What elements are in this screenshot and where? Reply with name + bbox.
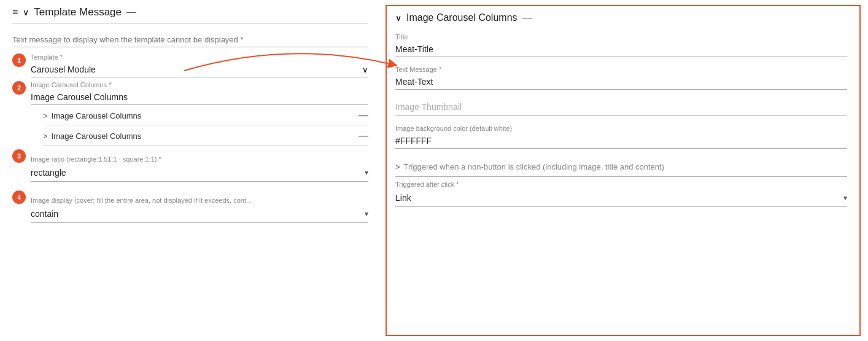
right-title-group: Title Meat-Title	[395, 33, 847, 62]
step2-badge: 2	[12, 81, 26, 95]
right-chevron-down-icon[interactable]: ∨	[395, 13, 401, 23]
step3-dropdown-field[interactable]: rectangle ▾	[31, 164, 368, 182]
right-triggered-after-label: Triggered after click *	[395, 181, 847, 188]
step3-dropdown-value: rectangle	[31, 168, 365, 178]
right-text-message-value[interactable]: Meat-Text	[395, 74, 847, 90]
step2-field-row[interactable]: Image Carousel Columns	[31, 90, 368, 105]
step1-content: Template * Carousel Module ∨	[31, 53, 368, 77]
carousel-item1-minus-icon[interactable]: —	[358, 110, 368, 121]
step2-content: Image Carousel Columns * Image Carousel …	[31, 81, 368, 146]
right-image-thumb-group: Image Thumbnail	[395, 98, 847, 121]
carousel-item2-chevron-icon: >	[43, 131, 48, 141]
step4-content: Image display (cover: fill the entire ar…	[31, 190, 368, 223]
right-text-message-group: Text Message * Meat-Text	[395, 66, 847, 95]
step1-field-value: Carousel Module	[31, 65, 362, 74]
step1-chevron-down: ∨	[362, 65, 368, 74]
step4-row: 4 Image display (cover: fill the entire …	[12, 190, 368, 223]
step4-badge: 4	[12, 190, 26, 204]
header-bar: ≡ ∨ Template Message —	[12, 0, 368, 24]
alt-text-area	[12, 33, 368, 47]
right-panel: ∨ Image Carousel Columns — Title Meat-Ti…	[386, 5, 861, 336]
step2-row: 2 Image Carousel Columns * Image Carouse…	[12, 81, 368, 146]
step3-dropdown-label: Image ratio (rectangle:1.51:1 · square:1…	[31, 155, 368, 163]
triggered-chevron-icon: >	[395, 162, 400, 171]
left-panel: ≡ ∨ Template Message — 1 Template * Caro…	[0, 0, 381, 341]
right-image-bg-label: Image background color (default white)	[395, 125, 847, 132]
right-image-thumbnail-value[interactable]: Image Thumbnail	[395, 98, 847, 116]
right-panel-title: Image Carousel Columns	[406, 12, 517, 23]
step1-field-row[interactable]: Carousel Module ∨	[31, 62, 368, 77]
triggered-section[interactable]: > Triggered when a non-button is clicked…	[395, 157, 847, 177]
step4-dropdown-field[interactable]: contain ▾	[31, 205, 368, 223]
right-triggered-after-value: Link	[395, 193, 843, 203]
carousel-item2-minus-icon[interactable]: —	[358, 130, 368, 141]
step3-row: 3 Image ratio (rectangle:1.51:1 · square…	[12, 149, 368, 182]
right-text-message-label: Text Message *	[395, 66, 847, 73]
carousel-item1-label: Image Carousel Columns	[52, 111, 355, 120]
step1-field-label: Template *	[31, 53, 368, 61]
triggered-text: Triggered when a non-button is clicked (…	[404, 162, 847, 171]
step4-dropdown-value: contain	[31, 209, 365, 219]
right-triggered-after-arrow-icon: ▾	[843, 194, 847, 202]
step2-field-value: Image Carousel Columns	[31, 92, 368, 102]
carousel-item-1[interactable]: > Image Carousel Columns —	[43, 105, 368, 125]
right-image-bg-value[interactable]: #FFFFFF	[395, 133, 847, 149]
right-title-label: Title	[395, 33, 847, 41]
step4-dropdown-arrow-icon: ▾	[365, 210, 368, 218]
carousel-item2-label: Image Carousel Columns	[52, 131, 355, 141]
carousel-item1-chevron-icon: >	[43, 111, 48, 120]
right-title-value[interactable]: Meat-Title	[395, 42, 847, 57]
right-image-bg-group: Image background color (default white) #…	[395, 125, 847, 154]
step3-content: Image ratio (rectangle:1.51:1 · square:1…	[31, 149, 368, 182]
step4-dropdown-label: Image display (cover: fill the entire ar…	[31, 197, 368, 204]
step1-row: 1 Template * Carousel Module ∨	[12, 53, 368, 77]
carousel-item-2[interactable]: > Image Carousel Columns —	[43, 125, 368, 146]
alt-text-input[interactable]	[12, 33, 368, 47]
step3-dropdown-arrow-icon: ▾	[365, 168, 368, 177]
page-title: Template Message	[34, 6, 122, 18]
step1-badge: 1	[12, 53, 26, 67]
step3-badge: 3	[12, 149, 26, 163]
hamburger-icon[interactable]: ≡	[12, 7, 18, 18]
header-dash-icon: —	[126, 7, 136, 18]
right-dash-icon: —	[522, 12, 532, 23]
step2-field-label: Image Carousel Columns *	[31, 81, 368, 88]
right-triggered-after-group: Triggered after click * Link ▾	[395, 181, 847, 207]
chevron-down-icon[interactable]: ∨	[23, 7, 29, 17]
right-header: ∨ Image Carousel Columns —	[395, 12, 847, 26]
right-triggered-after-dropdown[interactable]: Link ▾	[395, 189, 847, 207]
